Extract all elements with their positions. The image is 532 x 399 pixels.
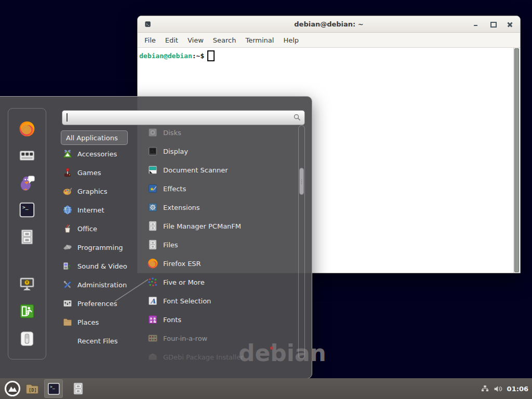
search-input[interactable]	[65, 112, 291, 124]
menu-search[interactable]: Search	[208, 34, 241, 46]
category-label: Programming	[77, 244, 123, 251]
menu-terminal[interactable]: Terminal	[241, 34, 278, 46]
app-label: Document Scanner	[163, 166, 228, 174]
app-fonts[interactable]: Fonts	[147, 310, 297, 329]
scrollbar-grip	[301, 181, 302, 182]
all-applications-button[interactable]: All Applications	[61, 130, 128, 145]
app-disks[interactable]: Disks	[147, 123, 297, 142]
terminal-scrollbar[interactable]	[513, 48, 520, 273]
office-icon	[62, 223, 73, 234]
prompt-path: :~$	[192, 52, 204, 60]
file-manager-launcher-icon[interactable]	[24, 381, 40, 396]
app-label: Extensions	[163, 204, 200, 211]
effects-icon	[147, 183, 158, 194]
app-label: File Manager PCManFM	[163, 222, 241, 230]
app-four-in-a-row[interactable]: Four-in-a-row	[147, 329, 297, 348]
category-preferences[interactable]: Preferences	[61, 294, 147, 313]
category-programming[interactable]: Programming	[61, 238, 147, 257]
close-button-icon[interactable]	[508, 22, 513, 27]
terminal-app-icon	[144, 20, 152, 28]
app-display[interactable]: Display	[147, 142, 297, 161]
volume-icon[interactable]	[494, 384, 502, 393]
network-icon[interactable]	[481, 385, 489, 393]
category-label: Preferences	[77, 300, 117, 308]
display-icon	[147, 145, 158, 157]
menu-view[interactable]: View	[183, 34, 208, 46]
all-applications-label: All Applications	[66, 134, 118, 142]
application-list: Disks Display Document Scanner Effects E…	[147, 123, 297, 366]
category-graphics[interactable]: Graphics	[61, 182, 147, 201]
category-games[interactable]: Games	[61, 163, 147, 182]
files-launcher-icon[interactable]	[71, 381, 85, 396]
terminal-task-button[interactable]	[44, 379, 63, 398]
favorite-terminal-icon[interactable]	[18, 201, 36, 219]
terminal-titlebar[interactable]: debian@debian: ~	[138, 16, 520, 33]
lock-screen-icon[interactable]	[18, 275, 36, 293]
menu-edit[interactable]: Edit	[161, 34, 183, 46]
maximize-button-icon[interactable]	[490, 22, 496, 27]
internet-icon	[62, 205, 73, 215]
fonts-icon	[147, 314, 158, 325]
app-files[interactable]: Files	[147, 235, 297, 254]
category-label: Graphics	[77, 188, 107, 195]
app-label: Display	[163, 148, 188, 155]
firefox-icon	[147, 258, 158, 269]
clock[interactable]: 01:06	[507, 385, 528, 393]
category-label: Places	[77, 318, 99, 326]
category-internet[interactable]: Internet	[61, 201, 147, 219]
menu-scrollbar[interactable]	[298, 125, 305, 359]
app-extensions[interactable]: Extensions	[147, 198, 297, 217]
preferences-icon	[62, 298, 73, 309]
favorite-firefox-icon[interactable]	[18, 120, 36, 138]
font-selection-icon	[147, 295, 158, 307]
category-recent-files[interactable]: Recent Files	[61, 331, 147, 350]
games-icon	[62, 167, 73, 178]
taskbar: 01:06	[0, 378, 532, 399]
terminal-scrollbar-thumb[interactable]	[514, 48, 519, 272]
files-icon	[147, 239, 158, 250]
category-places[interactable]: Places	[61, 313, 147, 331]
app-file-manager-pcmanfm[interactable]: File Manager PCManFM	[147, 217, 297, 235]
favorite-files-icon[interactable]	[18, 228, 36, 246]
app-effects[interactable]: Effects	[147, 179, 297, 198]
category-administration[interactable]: Administration	[61, 275, 147, 294]
category-accessories[interactable]: Accessories	[61, 144, 147, 163]
app-firefox-esr[interactable]: Firefox ESR	[147, 254, 297, 273]
gdebi-icon	[147, 351, 158, 363]
four-in-a-row-icon	[147, 332, 158, 344]
app-label: Disks	[163, 129, 181, 137]
app-gdebi-package-installer[interactable]: GDebi Package Installer	[147, 348, 297, 366]
desktop: debian@debian: ~ File Edit View Search T…	[0, 0, 532, 399]
shutdown-icon[interactable]	[18, 330, 36, 348]
administration-icon	[62, 280, 73, 290]
app-label: Four-in-a-row	[163, 335, 207, 342]
menu-scrollbar-thumb[interactable]	[299, 168, 304, 195]
app-document-scanner[interactable]: Document Scanner	[147, 161, 297, 179]
category-label: Recent Files	[77, 337, 118, 345]
category-label: Games	[77, 169, 101, 177]
category-label: Accessories	[77, 150, 117, 158]
logout-icon[interactable]	[18, 302, 36, 320]
app-five-or-more[interactable]: Five or More	[147, 273, 297, 291]
system-tray: 01:06	[481, 378, 528, 399]
minimize-button-icon[interactable]	[473, 22, 478, 27]
window-controls	[473, 16, 513, 32]
menu-help[interactable]: Help	[278, 34, 303, 46]
category-label: Office	[77, 225, 97, 233]
category-office[interactable]: Office	[61, 219, 147, 238]
places-icon	[62, 317, 73, 327]
favorite-pidgin-icon[interactable]	[18, 174, 36, 192]
search-icon	[293, 113, 301, 122]
category-sound-video[interactable]: Sound & Video	[61, 257, 147, 275]
menu-file[interactable]: File	[140, 34, 161, 46]
favorite-settings-icon[interactable]	[18, 147, 36, 164]
terminal-menubar: File Edit View Search Terminal Help	[138, 33, 520, 48]
terminal-title: debian@debian: ~	[294, 20, 363, 28]
menu-button-icon[interactable]	[4, 380, 21, 397]
category-label: Internet	[77, 206, 104, 214]
accessories-icon	[62, 149, 73, 159]
app-font-selection[interactable]: Font Selection	[147, 291, 297, 310]
app-label: Firefox ESR	[163, 260, 201, 268]
application-menu: debian All Applications Accessories Game…	[0, 96, 312, 379]
prompt-user-host: debian@debian	[139, 52, 192, 60]
